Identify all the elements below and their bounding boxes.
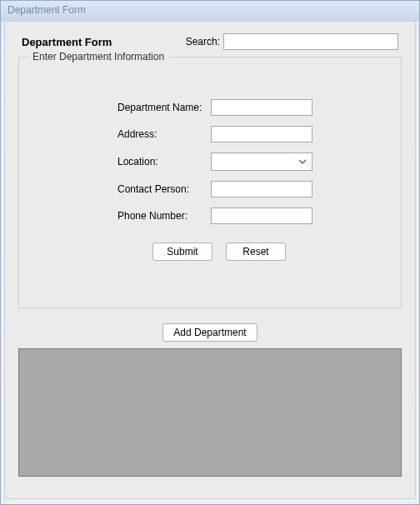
contact-input[interactable] xyxy=(211,181,312,198)
page-title: Department Form xyxy=(22,36,112,48)
client-area: Department Form Search: Enter Department… xyxy=(4,21,416,499)
add-row: Add Department xyxy=(18,323,402,342)
field-row-phone: Phone Number: xyxy=(118,208,391,224)
fields-container: Department Name: Address: Location: xyxy=(29,99,391,224)
location-select[interactable] xyxy=(211,152,312,171)
search-input[interactable] xyxy=(223,33,398,50)
reset-button[interactable]: Reset xyxy=(226,242,286,261)
app-window: Department Form Department Form Search: … xyxy=(0,0,420,505)
contact-label: Contact Person: xyxy=(118,183,204,195)
address-input[interactable] xyxy=(211,126,312,142)
data-grid[interactable] xyxy=(18,348,402,477)
field-row-dept-name: Department Name: xyxy=(118,99,391,116)
field-row-contact: Contact Person: xyxy=(118,181,391,198)
field-row-location: Location: xyxy=(118,152,391,171)
search-group: Search: xyxy=(186,33,398,50)
group-legend: Enter Department Information xyxy=(29,51,168,62)
field-row-address: Address: xyxy=(118,126,391,142)
add-department-button[interactable]: Add Department xyxy=(162,323,257,342)
address-label: Address: xyxy=(118,128,204,140)
header-row: Department Form Search: xyxy=(18,30,402,50)
phone-label: Phone Number: xyxy=(118,210,204,222)
form-button-row: Submit Reset xyxy=(29,242,391,261)
dept-name-label: Department Name: xyxy=(118,102,204,113)
window-title: Department Form xyxy=(8,4,86,16)
chevron-down-icon xyxy=(298,159,307,164)
submit-button[interactable]: Submit xyxy=(152,242,212,261)
search-label: Search: xyxy=(186,36,220,48)
window-titlebar: Department Form xyxy=(1,1,419,21)
location-label: Location: xyxy=(118,156,204,168)
phone-input[interactable] xyxy=(211,208,312,224)
dept-name-input[interactable] xyxy=(211,99,312,116)
department-info-group: Enter Department Information Department … xyxy=(18,57,402,308)
